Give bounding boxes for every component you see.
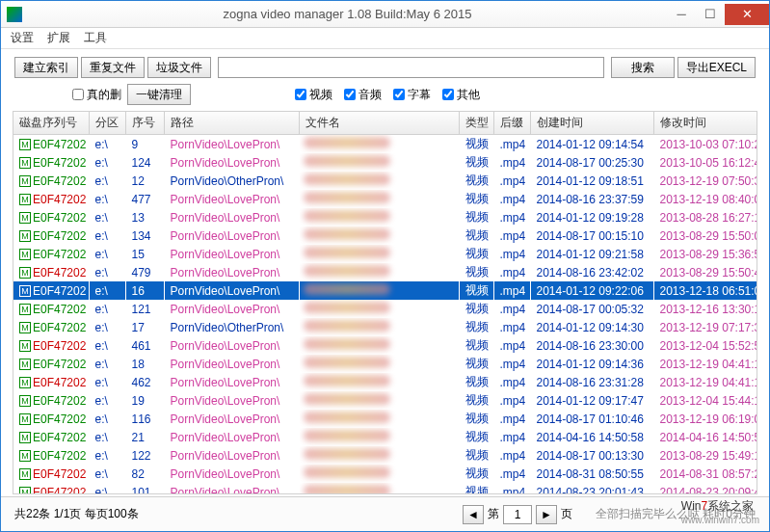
menu-extensions[interactable]: 扩展 — [47, 30, 70, 46]
cell-drive: e:\ — [89, 355, 125, 373]
table-row[interactable]: ME0F47202e:\479PornVideo\LovePron\视频.mp4… — [13, 263, 757, 281]
maximize-button[interactable]: ☐ — [696, 4, 725, 25]
pager-next-button[interactable]: ► — [536, 505, 557, 524]
file-table-container[interactable]: 磁盘序列号 分区 序号 路径 文件名 类型 后缀 创建时间 修改时间 ME0F4… — [13, 111, 757, 494]
row-check-icon: M — [19, 267, 31, 279]
cell-serial: ME0F47202 — [13, 355, 89, 373]
cell-mtime: 2013-08-28 16:27:18 — [653, 208, 757, 226]
cell-mtime: 2014-08-23 20:09:42 — [653, 483, 757, 494]
cell-serial: ME0F47202 — [13, 410, 89, 428]
table-row[interactable]: ME0F47202e:\82PornVideo\LovePron\视频.mp42… — [13, 465, 757, 483]
table-row[interactable]: ME0F47202e:\462PornVideo\LovePron\视频.mp4… — [13, 373, 757, 391]
table-row[interactable]: ME0F47202e:\15PornVideo\LovePron\视频.mp42… — [13, 245, 757, 263]
minimize-button[interactable]: ─ — [667, 4, 696, 25]
cell-ext: .mp4 — [493, 410, 530, 428]
table-row[interactable]: ME0F47202e:\477PornVideo\LovePron\视频.mp4… — [13, 190, 757, 208]
cell-path: PornVideo\OtherPron\ — [164, 318, 299, 336]
cell-drive: e:\ — [89, 281, 125, 300]
row-check-icon: M — [19, 450, 31, 462]
cell-ext: .mp4 — [493, 391, 530, 410]
export-excel-button[interactable]: 导出EXECL — [677, 57, 756, 78]
cell-type: 视频 — [459, 446, 493, 465]
cell-mtime: 2013-12-19 06:19:08 — [653, 410, 757, 428]
table-row[interactable]: ME0F47202e:\122PornVideo\LovePron\视频.mp4… — [13, 446, 757, 465]
pager-page-input[interactable] — [503, 505, 532, 524]
cell-type: 视频 — [459, 373, 493, 391]
col-type[interactable]: 类型 — [459, 112, 493, 135]
col-ext[interactable]: 后缀 — [493, 112, 530, 135]
one-click-clean-button[interactable]: 一键清理 — [127, 84, 191, 105]
real-delete-checkbox[interactable]: 真的删 — [72, 87, 121, 103]
table-row[interactable]: ME0F47202e:\18PornVideo\LovePron\视频.mp42… — [13, 355, 757, 373]
cell-drive: e:\ — [89, 300, 125, 318]
filter-subtitle-checkbox[interactable]: 字幕 — [393, 87, 431, 103]
row-check-icon: M — [19, 249, 31, 260]
status-summary: 共22条 1/1页 每页100条 — [14, 506, 139, 522]
cell-filename — [299, 336, 459, 355]
table-row[interactable]: ME0F47202e:\21PornVideo\LovePron\视频.mp42… — [13, 428, 757, 446]
cell-mtime: 2013-12-19 07:50:37 — [653, 172, 757, 190]
cell-serial: ME0F47202 — [13, 373, 89, 391]
menu-tools[interactable]: 工具 — [84, 30, 107, 46]
cell-serial: ME0F47202 — [13, 300, 89, 318]
col-path[interactable]: 路径 — [164, 112, 299, 135]
cell-drive: e:\ — [89, 190, 125, 208]
cell-filename — [299, 446, 459, 465]
cell-filename — [299, 172, 459, 190]
col-drive[interactable]: 分区 — [89, 112, 125, 135]
cell-drive: e:\ — [89, 391, 125, 410]
col-mtime[interactable]: 修改时间 — [653, 112, 757, 135]
table-row[interactable]: ME0F47202e:\134PornVideo\LovePron\视频.mp4… — [13, 226, 757, 245]
cell-filename — [299, 318, 459, 336]
file-table: 磁盘序列号 分区 序号 路径 文件名 类型 后缀 创建时间 修改时间 ME0F4… — [13, 112, 757, 494]
trash-files-button[interactable]: 垃圾文件 — [147, 57, 211, 78]
filter-other-checkbox[interactable]: 其他 — [442, 87, 480, 103]
col-seq[interactable]: 序号 — [125, 112, 164, 135]
cell-filename — [299, 373, 459, 391]
cell-seq: 15 — [125, 245, 164, 263]
table-row[interactable]: ME0F47202e:\124PornVideo\LovePron\视频.mp4… — [13, 153, 757, 172]
dup-files-button[interactable]: 重复文件 — [81, 57, 145, 78]
cell-serial: ME0F47202 — [13, 336, 89, 355]
search-button[interactable]: 搜索 — [611, 57, 675, 78]
filter-video-checkbox[interactable]: 视频 — [295, 87, 332, 103]
col-filename[interactable]: 文件名 — [299, 112, 459, 135]
cell-filename — [299, 483, 459, 494]
cell-path: PornVideo\LovePron\ — [164, 300, 299, 318]
pager-prev-button[interactable]: ◄ — [463, 505, 484, 524]
table-row[interactable]: ME0F47202e:\116PornVideo\LovePron\视频.mp4… — [13, 410, 757, 428]
table-row[interactable]: ME0F47202e:\12PornVideo\OtherPron\视频.mp4… — [13, 172, 757, 190]
cell-mtime: 2013-12-19 04:41:19 — [653, 373, 757, 391]
toolbar: 建立索引 重复文件 垃圾文件 搜索 导出EXECL — [1, 49, 769, 82]
cell-seq: 19 — [125, 391, 164, 410]
col-ctime[interactable]: 创建时间 — [530, 112, 653, 135]
cell-serial: ME0F47202 — [13, 428, 89, 446]
search-input[interactable] — [218, 57, 604, 78]
table-row[interactable]: ME0F47202e:\13PornVideo\LovePron\视频.mp42… — [13, 208, 757, 226]
cell-ctime: 2014-08-16 23:30:00 — [530, 336, 653, 355]
cell-ctime: 2014-08-17 00:25:30 — [530, 153, 653, 172]
table-row[interactable]: ME0F47202e:\461PornVideo\LovePron\视频.mp4… — [13, 336, 757, 355]
table-row[interactable]: ME0F47202e:\16PornVideo\LovePron\视频.mp42… — [13, 281, 757, 300]
build-index-button[interactable]: 建立索引 — [14, 57, 78, 78]
table-row[interactable]: ME0F47202e:\17PornVideo\OtherPron\视频.mp4… — [13, 318, 757, 336]
cell-filename — [299, 465, 459, 483]
cell-type: 视频 — [459, 391, 493, 410]
table-row[interactable]: ME0F47202e:\101PornVideo\LovePron\视频.mp4… — [13, 483, 757, 494]
cell-filename — [299, 208, 459, 226]
table-row[interactable]: ME0F47202e:\19PornVideo\LovePron\视频.mp42… — [13, 391, 757, 410]
close-button[interactable]: ✕ — [725, 4, 769, 25]
cell-filename — [299, 135, 459, 154]
watermark: Win7系统之家 www.winwin7.com — [681, 498, 759, 525]
menu-settings[interactable]: 设置 — [11, 30, 34, 46]
cell-drive: e:\ — [89, 336, 125, 355]
cell-ext: .mp4 — [493, 172, 530, 190]
cell-mtime: 2013-10-05 16:12:49 — [653, 153, 757, 172]
table-row[interactable]: ME0F47202e:\9PornVideo\LovePron\视频.mp420… — [13, 135, 757, 154]
filter-audio-checkbox[interactable]: 音频 — [344, 87, 382, 103]
cell-mtime: 2013-08-29 15:36:56 — [653, 245, 757, 263]
cell-ext: .mp4 — [493, 226, 530, 245]
cell-path: PornVideo\LovePron\ — [164, 245, 299, 263]
col-serial[interactable]: 磁盘序列号 — [13, 112, 89, 135]
table-row[interactable]: ME0F47202e:\121PornVideo\LovePron\视频.mp4… — [13, 300, 757, 318]
